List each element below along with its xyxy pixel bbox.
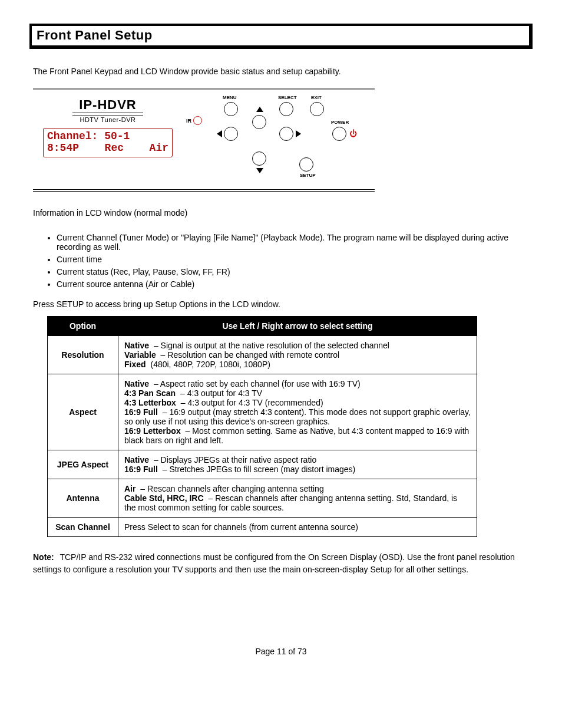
row-option: Scan Channel [48, 518, 118, 537]
lcd-window: Channel: 50-1 8:54P Rec Air [43, 128, 173, 157]
brand-name: IP-HDVR [40, 97, 176, 113]
arrow-left-icon [217, 130, 222, 137]
row-settings: Native – Displays JPEGs at their native … [118, 450, 477, 479]
menu-label: MENU [223, 95, 237, 100]
left-button[interactable] [224, 127, 238, 141]
table-row: JPEG Aspect Native – Displays JPEGs at t… [48, 450, 477, 479]
table-row: Antenna Air – Rescan channels after chan… [48, 479, 477, 518]
row-option: Resolution [48, 336, 118, 374]
arrow-right-icon [296, 130, 301, 137]
ir-indicator: IR [186, 116, 203, 125]
row-option: Antenna [48, 479, 118, 518]
panel-illustration: IP-HDVR HDTV Tuner-DVR Channel: 50-1 8:5… [29, 88, 533, 192]
power-label: POWER [331, 120, 349, 125]
row-settings: Press Select to scan for channels (from … [118, 518, 477, 537]
features-list: Current Channel (Tuner Mode) or "Playing… [47, 233, 533, 289]
exit-button[interactable] [310, 102, 324, 116]
row-option: JPEG Aspect [48, 450, 118, 479]
up-button[interactable] [252, 115, 266, 129]
table-header-option: Option [48, 317, 118, 336]
right-button[interactable] [279, 127, 293, 141]
ir-label: IR [186, 118, 191, 124]
setup-button[interactable] [299, 157, 313, 172]
lcd-status: Rec [105, 143, 124, 154]
table-row: Aspect Native – Aspect ratio set by each… [48, 374, 477, 450]
settings-table: Option Use Left / Right arrow to select … [47, 316, 477, 537]
brand-subtitle: HDTV Tuner-DVR [40, 116, 176, 123]
lcd-source: Air [150, 143, 168, 154]
section-title: Front Panel Setup [29, 24, 533, 49]
note-block: Note: TCP/IP and RS-232 wired connection… [33, 551, 529, 576]
exit-label: EXIT [311, 95, 322, 100]
list-item: Current time [57, 255, 533, 264]
arrow-down-icon [256, 168, 263, 173]
down-button[interactable] [252, 151, 266, 166]
table-row: Scan Channel Press Select to scan for ch… [48, 518, 477, 537]
power-button[interactable] [332, 127, 346, 141]
intro-paragraph: The Front Panel Keypad and LCD Window pr… [29, 57, 533, 80]
list-item: Current source antenna (Air or Cable) [57, 279, 533, 289]
note-text: TCP/IP and RS-232 wired connections must… [33, 552, 515, 574]
arrow-up-icon [256, 107, 263, 112]
select-button[interactable] [279, 102, 293, 116]
menu-button[interactable] [224, 102, 238, 116]
note-label: Note: [33, 552, 54, 562]
list-item: Current status (Rec, Play, Pause, Slow, … [57, 267, 533, 276]
row-settings: Native – Aspect ratio set by each channe… [118, 374, 477, 450]
page-footer: Page 11 of 73 [29, 647, 533, 656]
features-lead: Information in LCD window (normal mode) [33, 208, 533, 218]
button-pad: MENU SELECT EXIT SETUP POWER ⏻ [213, 95, 368, 183]
table-lead: Press SETUP to access bring up Setup Opt… [33, 299, 533, 309]
setup-label: SETUP [300, 173, 316, 178]
table-header-setting: Use Left / Right arrow to select setting [118, 317, 477, 336]
select-label: SELECT [278, 95, 297, 100]
table-row: Resolution Native – Signal is output at … [48, 336, 477, 374]
row-settings: Native – Signal is output at the native … [118, 336, 477, 374]
lcd-line1: Channel: 50-1 [47, 131, 168, 143]
power-icon: ⏻ [349, 129, 357, 138]
row-option: Aspect [48, 374, 118, 450]
ir-led-icon [193, 116, 202, 125]
section-title-text: Front Panel Setup [37, 28, 153, 42]
row-settings: Air – Rescan channels after changing ant… [118, 479, 477, 518]
list-item: Current Channel (Tuner Mode) or "Playing… [57, 233, 533, 252]
lcd-time: 8:54P [47, 143, 79, 154]
